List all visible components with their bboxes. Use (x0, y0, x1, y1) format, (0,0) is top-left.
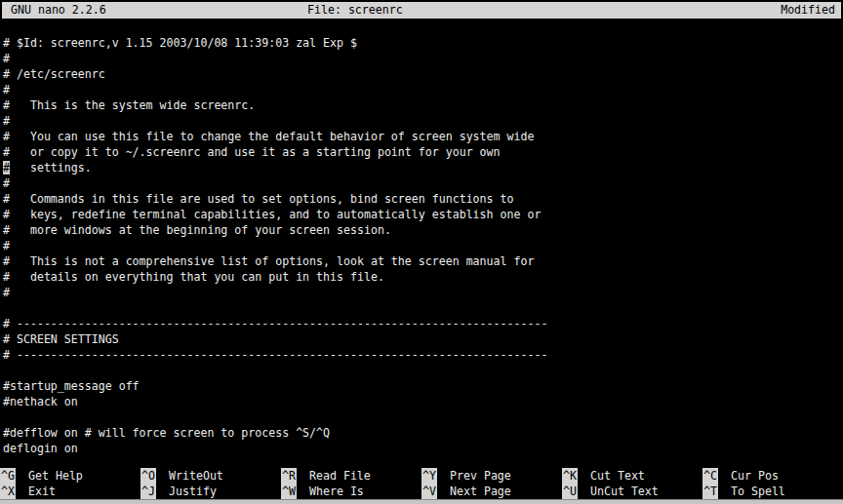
shortcut-label: UnCut Text (590, 485, 659, 498)
editor-line: # (3, 175, 843, 191)
shortcut-row-2: ^XExit^JJustify^WWhere Is^VNext Page^UUn… (0, 484, 843, 499)
shortcut-label: Exit (28, 485, 56, 498)
editor-line: #startup_message off (3, 378, 843, 394)
editor-line: # settings. (3, 160, 843, 175)
editor-line (3, 300, 843, 316)
shortcut-item: ^WWhere Is (281, 484, 364, 499)
shortcut-label: Read File (309, 469, 371, 483)
editor-line: # $Id: screenrc,v 1.15 2003/10/08 11:39:… (3, 35, 843, 51)
editor-line: # --------------------------------------… (3, 316, 843, 331)
shortcut-item: ^YPrev Page (422, 468, 511, 484)
shortcut-key: ^G (0, 468, 16, 484)
shortcut-item: ^OWriteOut (140, 468, 223, 484)
modified-badge: Modified (781, 2, 835, 19)
editor-line: # or copy it to ~/.screenrc and use it a… (3, 144, 843, 160)
editor-line: # /etc/screenrc (3, 66, 843, 82)
shortcut-key: ^C (702, 468, 718, 484)
shortcut-item: ^JJustify (140, 484, 217, 499)
editor-line: deflogin on (3, 441, 843, 456)
shortcut-item: ^RRead File (281, 468, 371, 484)
shortcut-key: ^V (422, 484, 437, 499)
editor-line: # (3, 82, 843, 97)
shortcut-label: WriteOut (169, 469, 223, 483)
shortcut-label: To Spell (731, 485, 785, 498)
editor-line (3, 363, 843, 378)
shortcut-bar: ^GGet Help^OWriteOut^RRead File^YPrev Pa… (0, 468, 843, 499)
window-bottom-edge (0, 499, 843, 504)
nano-titlebar: GNU nano 2.2.6 File: screenrc Modified (2, 2, 841, 19)
editor-line (3, 409, 843, 425)
editor-text-area[interactable]: # $Id: screenrc,v 1.15 2003/10/08 11:39:… (3, 35, 843, 456)
shortcut-key: ^X (0, 484, 16, 499)
shortcut-key: ^J (140, 484, 156, 499)
editor-line: # (3, 113, 843, 129)
editor-line: # (3, 238, 843, 253)
editor-line: # (3, 51, 843, 66)
editor-line: #nethack on (3, 394, 843, 409)
shortcut-key: ^K (562, 468, 578, 484)
shortcut-label: Get Help (28, 469, 83, 483)
editor-line: # This is not a comprehensive list of op… (3, 253, 843, 269)
shortcut-item: ^GGet Help (0, 468, 83, 484)
editor-line: # You can use this file to change the de… (3, 129, 843, 144)
shortcut-item: ^XExit (0, 484, 56, 499)
editor-line: # details on everything that you can put… (3, 269, 843, 285)
shortcut-key: ^R (281, 468, 297, 484)
editor-line: # This is the system wide screenrc. (3, 97, 843, 113)
shortcut-item: ^TTo Spell (702, 484, 785, 499)
shortcut-key: ^W (281, 484, 297, 499)
shortcut-item: ^UUnCut Text (562, 484, 659, 499)
shortcut-label: Next Page (450, 485, 511, 498)
editor-line: # more windows at the beginning of your … (3, 222, 843, 238)
shortcut-item: ^VNext Page (422, 484, 511, 499)
shortcut-label: Where Is (309, 485, 364, 498)
editor-line: # SCREEN SETTINGS (3, 331, 843, 347)
editor-line: # keys, redefine terminal capabilities, … (3, 207, 843, 222)
shortcut-label: Justify (169, 485, 217, 498)
shortcut-label: Cur Pos (731, 469, 779, 483)
shortcut-key: ^O (140, 468, 156, 484)
shortcut-key: ^U (562, 484, 578, 499)
editor-line: # --------------------------------------… (3, 347, 843, 363)
nano-terminal-window: GNU nano 2.2.6 File: screenrc Modified #… (0, 0, 843, 504)
shortcut-label: Cut Text (590, 469, 645, 483)
file-name-label: File: screenrc (307, 2, 403, 19)
editor-line: #defflow on # will force screen to proce… (3, 425, 843, 441)
shortcut-key: ^Y (422, 468, 437, 484)
app-version-label: GNU nano 2.2.6 (11, 2, 106, 19)
shortcut-label: Prev Page (450, 469, 511, 483)
shortcut-item: ^CCur Pos (702, 468, 779, 484)
shortcut-key: ^T (702, 484, 718, 499)
shortcut-row-1: ^GGet Help^OWriteOut^RRead File^YPrev Pa… (0, 468, 843, 484)
shortcut-item: ^KCut Text (562, 468, 645, 484)
editor-line: # (3, 285, 843, 300)
text-cursor: # (3, 161, 10, 174)
editor-line: # Commands in this file are used to set … (3, 191, 843, 207)
